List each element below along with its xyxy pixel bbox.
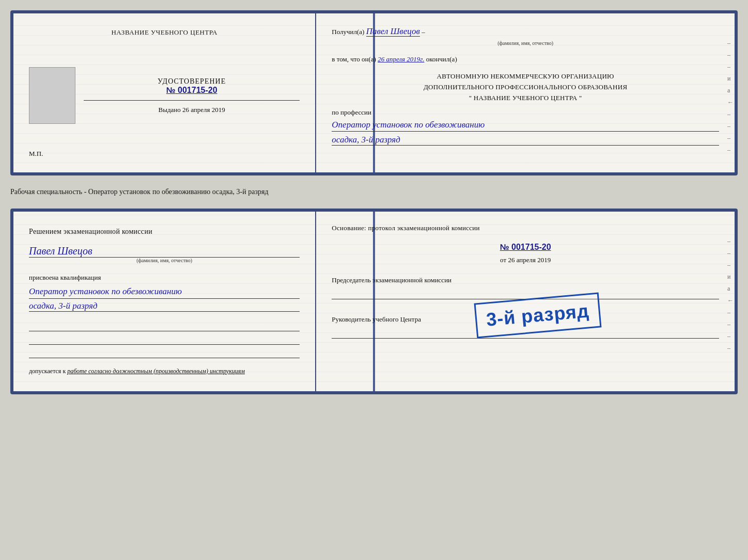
cert-date-value: 26 апреля 2019г. bbox=[378, 55, 424, 63]
exam-right-side-decorations: – – – и а ← – – – – bbox=[727, 237, 734, 352]
osnovanie-label: Основание: протокол экзаменационной коми… bbox=[332, 223, 719, 233]
cert-autonomous-org: АВТОНОМНУЮ НЕКОММЕРЧЕСКУЮ ОРГАНИЗАЦИЮ ДО… bbox=[332, 71, 719, 103]
dopuskaetsya-value: работе согласно должностным (производств… bbox=[67, 367, 245, 375]
right-side-decorations: – – – и а ← – – – – bbox=[727, 39, 734, 154]
separator-label: Рабочая специальность - Оператор установ… bbox=[10, 185, 738, 199]
cert-mp-label: М.П. bbox=[29, 150, 43, 158]
resheniem-label: Решением экзаменационной комиссии bbox=[29, 226, 300, 237]
exam-card: Решением экзаменационной комиссии Павел … bbox=[10, 209, 738, 394]
cert-razryad-value: осадка, 3-й разряд bbox=[332, 135, 719, 146]
exam-date: от 26 апреля 2019 bbox=[332, 256, 719, 264]
cert-udostoverenie-block: УДОСТОВЕРЕНИЕ № 001715-20 bbox=[84, 77, 300, 95]
cert-right-panel: Получил(а) Павел Швецов – (фамилия, имя,… bbox=[316, 13, 735, 172]
exam-left-panel: Решением экзаменационной комиссии Павел … bbox=[13, 212, 316, 391]
cert-recipient-row: Получил(а) Павел Швецов – (фамилия, имя,… bbox=[332, 25, 719, 47]
v-tom-label: в том, что он(а) bbox=[332, 55, 376, 63]
cert-date-row: в том, что он(а) 26 апреля 2019г. окончи… bbox=[332, 54, 719, 65]
exam-protocol-number: № 001715-20 bbox=[332, 243, 719, 252]
cert-school-title: НАЗВАНИЕ УЧЕБНОГО ЦЕНТРА bbox=[111, 28, 217, 37]
cert-profession-value: Оператор установок по обезвоживанию bbox=[332, 119, 719, 132]
prisvoena-label: присвоена квалификация bbox=[29, 274, 300, 282]
exam-dopuskaetsya: допускается к работе согласно должностны… bbox=[29, 367, 300, 375]
udostoverenie-label: УДОСТОВЕРЕНИЕ bbox=[84, 77, 300, 86]
certificate-card-top: НАЗВАНИЕ УЧЕБНОГО ЦЕНТРА УДОСТОВЕРЕНИЕ №… bbox=[10, 10, 738, 175]
rukovoditel-label: Руководитель учебного Центра bbox=[332, 315, 421, 323]
exam-name-sublabel: (фамилия, имя, отчество) bbox=[29, 258, 300, 263]
exam-qualification-line2: осадка, 3-й разряд bbox=[29, 301, 300, 312]
cert-number: № 001715-20 bbox=[84, 86, 300, 95]
cert-vydano: Выдано 26 апреля 2019 bbox=[84, 106, 300, 114]
exam-blank-lines bbox=[29, 320, 300, 360]
main-container: НАЗВАНИЕ УЧЕБНОГО ЦЕНТРА УДОСТОВЕРЕНИЕ №… bbox=[10, 10, 738, 394]
okonchil-label: окончил(а) bbox=[426, 55, 457, 63]
exam-qualification-line1: Оператор установок по обезвоживанию bbox=[29, 285, 300, 299]
predsedatel-block: Председатель экзаменационной комиссии bbox=[332, 276, 719, 299]
exam-person-name: Павел Швецов bbox=[29, 245, 300, 258]
name-sublabel: (фамилия, имя, отчество) bbox=[332, 39, 719, 47]
exam-right-panel: Основание: протокол экзаменационной коми… bbox=[316, 212, 735, 391]
predsedatel-label: Председатель экзаменационной комиссии bbox=[332, 276, 451, 284]
cert-left-panel: НАЗВАНИЕ УЧЕБНОГО ЦЕНТРА УДОСТОВЕРЕНИЕ №… bbox=[13, 13, 316, 172]
poluchil-label: Получил(а) bbox=[332, 28, 364, 36]
recipient-name: Павел Швецов bbox=[366, 26, 420, 37]
cert-photo-placeholder bbox=[29, 67, 75, 124]
po-professii-label: по профессии bbox=[332, 108, 719, 117]
